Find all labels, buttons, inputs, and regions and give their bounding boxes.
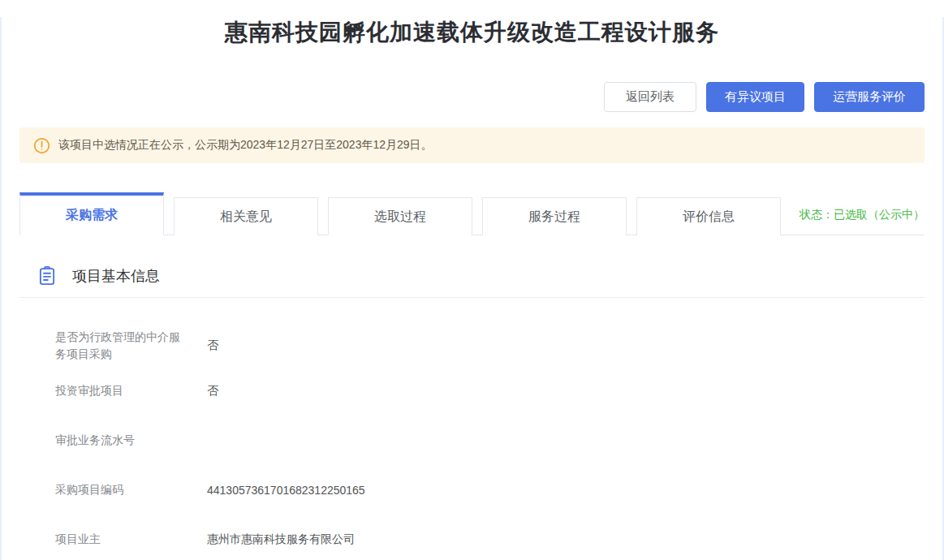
- section-header-basic-info: 项目基本信息: [19, 265, 925, 286]
- info-row-approval-serial-number: 审批业务流水号: [19, 432, 925, 449]
- section-divider: [19, 297, 925, 298]
- basic-info-list: 是否为行政管理的中介服务项目采购 否 投资审批项目 否 审批业务流水号 采购项目…: [19, 329, 925, 548]
- tab-service-process[interactable]: 服务过程: [482, 197, 627, 235]
- field-value: 否: [207, 338, 218, 353]
- tab-bar: 采购需求 相关意见 选取过程 服务过程 评价信息 状态：已选取（公示中）: [19, 192, 925, 235]
- field-value: 惠州市惠南科技服务有限公司: [207, 532, 355, 547]
- page-title: 惠南科技园孵化加速载体升级改造工程设计服务: [19, 17, 925, 48]
- warning-circle-icon: [33, 137, 50, 154]
- field-label: 采购项目编码: [55, 481, 185, 498]
- notice-text: 该项目中选情况正在公示，公示期为2023年12月27日至2023年12月29日。: [58, 138, 433, 153]
- field-label: 项目业主: [55, 531, 185, 548]
- info-row-intermediary-service: 是否为行政管理的中介服务项目采购 否: [19, 329, 925, 363]
- field-label: 审批业务流水号: [55, 432, 185, 449]
- clipboard-icon: [37, 265, 58, 286]
- tab-selection-process[interactable]: 选取过程: [328, 197, 472, 235]
- info-row-investment-approval: 投资审批项目 否: [19, 382, 925, 399]
- publicity-notice-banner: 该项目中选情况正在公示，公示期为2023年12月27日至2023年12月29日。: [19, 127, 925, 163]
- field-value: 否: [207, 384, 218, 398]
- field-label: 是否为行政管理的中介服务项目采购: [55, 329, 185, 363]
- info-row-procurement-project-code: 采购项目编码 4413057361701682312250165: [19, 481, 925, 498]
- project-detail-page: 惠南科技园孵化加速载体升级改造工程设计服务 返回列表 有异议项目 运营服务评价 …: [0, 17, 944, 560]
- field-label: 投资审批项目: [55, 382, 185, 399]
- section-title: 项目基本信息: [72, 266, 160, 286]
- tab-related-opinions[interactable]: 相关意见: [174, 197, 318, 235]
- back-to-list-button[interactable]: 返回列表: [604, 82, 696, 112]
- objection-project-button[interactable]: 有异议项目: [706, 82, 804, 112]
- status-badge: 状态：已选取（公示中）: [800, 208, 925, 222]
- toolbar: 返回列表 有异议项目 运营服务评价: [19, 82, 925, 112]
- info-row-project-owner: 项目业主 惠州市惠南科技服务有限公司: [19, 531, 925, 548]
- tab-evaluation-info[interactable]: 评价信息: [636, 197, 781, 235]
- service-evaluation-button[interactable]: 运营服务评价: [814, 82, 925, 112]
- field-value: 4413057361701682312250165: [207, 484, 365, 497]
- tab-procurement-demand[interactable]: 采购需求: [19, 192, 164, 235]
